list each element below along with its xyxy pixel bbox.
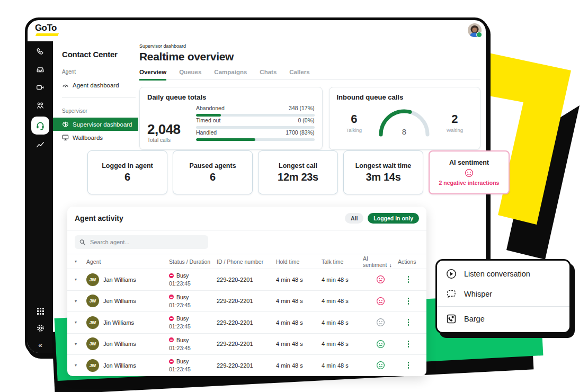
progress-track: [196, 138, 315, 141]
menu-item-whisper[interactable]: Whisper: [437, 284, 569, 304]
gauge-total-value: 8: [377, 127, 432, 136]
contact-center-headset-icon[interactable]: [31, 117, 49, 135]
agent-table-row[interactable]: ▾ JW Jon Williams Busy 01:23:45 229-220-…: [67, 333, 426, 355]
expand-row-caret[interactable]: ▾: [75, 277, 86, 282]
user-avatar[interactable]: [468, 23, 482, 37]
rail-bottom-group: «: [35, 306, 45, 350]
agent-cell: JW Jon Williams: [86, 337, 169, 350]
busy-status-icon: [169, 359, 174, 364]
hold-time: 4 min 48 s: [276, 298, 322, 304]
expand-row-caret[interactable]: ▾: [75, 299, 86, 304]
nav-item-agent-dashboard[interactable]: Agent dashboard: [53, 78, 138, 92]
sort-descending-icon[interactable]: ↓: [389, 262, 393, 268]
bar-value: 1700 (83%): [286, 129, 314, 136]
row-actions-menu-button[interactable]: [406, 360, 411, 370]
status-duration-cell: Busy 01:23:45: [169, 294, 217, 308]
waiting-label: Waiting: [447, 127, 463, 133]
status-duration: 01:23:45: [169, 345, 217, 351]
stat-value: 6: [124, 171, 130, 183]
negative-interactions-note: 2 negative interactions: [439, 180, 500, 186]
status-label: Busy: [176, 358, 189, 364]
search-agent-box[interactable]: [75, 235, 208, 249]
row-actions-menu-button[interactable]: [406, 317, 411, 327]
agent-table-row[interactable]: ▾ JW Jon Williams Busy 01:23:45 229-220-…: [67, 354, 426, 376]
waiting-kpi: 2 Waiting: [447, 112, 463, 133]
row-actions-menu-button[interactable]: [406, 339, 411, 349]
analytics-icon[interactable]: [35, 140, 45, 149]
hold-time: 4 min 48 s: [276, 341, 322, 347]
agents-icon[interactable]: [35, 101, 45, 110]
breadcrumb: Supervisor dashboard: [139, 43, 480, 49]
agent-table-row[interactable]: ▾ JW Jin Williams Busy 01:23:45 229-220-…: [67, 311, 426, 333]
yellow-seven-shape: [489, 53, 571, 225]
tab-overview[interactable]: Overview: [139, 69, 166, 81]
tab-campaigns[interactable]: Campaigns: [214, 69, 247, 79]
col-hold-time[interactable]: Hold time: [276, 259, 322, 265]
status-duration: 01:23:45: [169, 366, 217, 372]
bar-label: Timed out: [196, 117, 220, 123]
sentiment-face-icon: [376, 361, 385, 370]
col-talk-time[interactable]: Talk time: [322, 259, 363, 265]
status-duration-cell: Busy 01:23:45: [169, 337, 217, 351]
col-agent[interactable]: Agent: [86, 259, 169, 265]
agent-activity-title: Agent activity: [75, 214, 123, 222]
agent-avatar: JW: [86, 273, 99, 286]
stat-value: 6: [210, 171, 216, 183]
bar-value: 348 (17%): [289, 105, 314, 111]
apps-grid-icon[interactable]: [35, 306, 45, 316]
expand-row-caret[interactable]: ▾: [75, 320, 86, 325]
phone-number: 229-220-2201: [217, 277, 276, 283]
menu-item-label: Whisper: [464, 290, 492, 298]
col-id-phone[interactable]: ID / Phone number: [217, 259, 276, 265]
menu-item-label: Listen conversation: [464, 270, 530, 278]
icon-rail: «: [28, 41, 53, 355]
row-actions-menu-button[interactable]: [406, 296, 411, 306]
expand-all-caret[interactable]: ▾: [75, 259, 86, 264]
status-duration-cell: Busy 01:23:45: [169, 315, 217, 329]
bar-value: 0 (0%): [298, 117, 315, 123]
sentiment-face-icon: [376, 297, 385, 306]
progress-track: [196, 126, 315, 129]
sentiment-face-icon: [376, 318, 385, 327]
agent-avatar: JW: [86, 295, 99, 307]
filter-all-pill[interactable]: All: [345, 213, 363, 224]
filter-logged-in-only-pill[interactable]: Logged in only: [368, 213, 419, 224]
video-meeting-icon[interactable]: [35, 83, 45, 92]
tab-queues[interactable]: Queues: [179, 69, 201, 79]
page-title: Realtime overview: [139, 50, 480, 63]
tab-callers[interactable]: Callers: [289, 69, 309, 79]
talk-time: 4 min 48 s: [322, 341, 363, 347]
phone-icon[interactable]: [35, 47, 45, 56]
barge-phone-icon: [446, 314, 457, 324]
nav-item-wallboards[interactable]: Wallboards: [53, 131, 138, 144]
collapse-sidebar-icon[interactable]: «: [35, 340, 45, 350]
col-actions: Actions: [398, 259, 419, 265]
expand-row-caret[interactable]: ▾: [75, 363, 86, 368]
busy-status-icon: [169, 295, 174, 299]
status-duration: 01:23:45: [169, 302, 217, 308]
hold-time: 4 min 48 s: [276, 362, 322, 369]
play-circle-icon: [446, 269, 457, 279]
stat-card-ai-sentiment: AI sentiment 2 negative interactions: [429, 150, 510, 194]
expand-row-caret[interactable]: ▾: [75, 342, 86, 346]
agent-table-row[interactable]: ▾ JW Jen Williams Busy 01:23:45 229-220-…: [67, 290, 426, 312]
menu-divider: [437, 306, 569, 307]
row-actions-menu-button[interactable]: [406, 274, 411, 284]
menu-item-listen-conversation[interactable]: Listen conversation: [437, 264, 569, 284]
nav-item-supervisor-dashboard[interactable]: Supervisor dashboard: [53, 118, 138, 131]
agent-avatar: JW: [86, 337, 99, 350]
settings-gear-icon[interactable]: [35, 323, 45, 333]
stat-card-logged-in-agents: Logged in agent 6: [87, 150, 167, 194]
status-label: Busy: [176, 315, 189, 322]
daily-queue-totals-card: Daily queue totals 2,048 Total calls Aba…: [139, 87, 323, 150]
search-agent-input[interactable]: [89, 238, 203, 246]
inbox-icon[interactable]: [35, 65, 45, 74]
col-ai-sentiment[interactable]: AI sentiment↓: [363, 255, 398, 268]
stat-label: Longest wait time: [355, 162, 412, 170]
col-status-duration[interactable]: Status / Duration: [169, 259, 217, 265]
agent-avatar: JW: [86, 359, 99, 372]
menu-item-barge[interactable]: Barge: [437, 309, 569, 329]
agent-table-row[interactable]: ▾ JW Jan Williams Busy 01:23:45 229-220-…: [67, 269, 426, 290]
nav-item-label: Supervisor dashboard: [73, 121, 132, 128]
tab-chats[interactable]: Chats: [260, 69, 277, 79]
